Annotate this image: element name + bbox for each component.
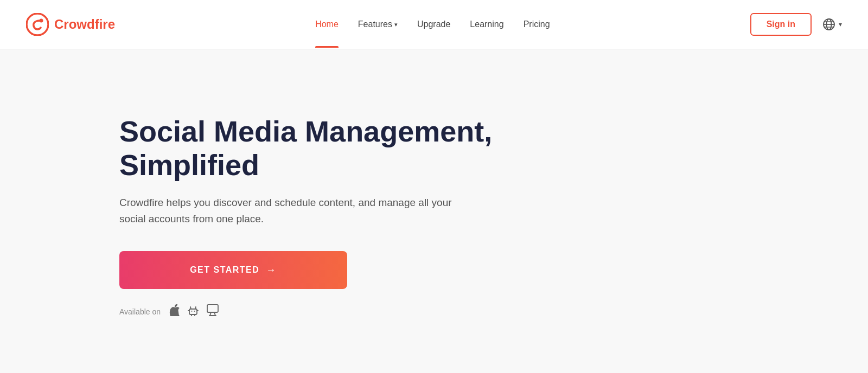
apple-icon (169, 304, 180, 319)
svg-point-10 (192, 311, 193, 312)
nav-item-features[interactable]: Features ▾ (358, 20, 398, 29)
nav-item-learning[interactable]: Learning (470, 20, 503, 29)
desktop-icon (206, 304, 219, 319)
get-started-button[interactable]: GET STARTED → (119, 251, 347, 289)
navbar: Crowdfire Home Features ▾ Upgrade Learni… (0, 0, 868, 49)
hero-subtitle: Crowdfire helps you discover and schedul… (119, 195, 456, 228)
crowdfire-logo-icon (26, 13, 49, 36)
nav-item-upgrade[interactable]: Upgrade (417, 20, 450, 29)
language-chevron-icon: ▾ (839, 21, 842, 28)
svg-point-0 (27, 14, 48, 35)
nav-item-pricing[interactable]: Pricing (524, 20, 550, 29)
globe-icon (822, 18, 835, 31)
svg-rect-14 (207, 305, 218, 312)
nav-right: Sign in ▾ (750, 13, 842, 36)
signin-button[interactable]: Sign in (750, 13, 812, 36)
platform-icons (169, 304, 219, 319)
nav-item-home[interactable]: Home (315, 20, 339, 29)
language-selector[interactable]: ▾ (822, 18, 842, 31)
nav-links: Home Features ▾ Upgrade Learning Pricing (315, 20, 550, 29)
available-on-row: Available on (119, 304, 499, 319)
android-icon (188, 304, 199, 319)
brand-name: Crowdfire (54, 17, 115, 32)
logo[interactable]: Crowdfire (26, 13, 115, 36)
svg-point-11 (194, 311, 195, 312)
features-chevron-down-icon: ▾ (394, 21, 398, 28)
available-on-label: Available on (119, 307, 161, 316)
svg-line-16 (214, 312, 215, 316)
svg-line-15 (210, 312, 211, 316)
nav-features-label: Features (358, 20, 392, 29)
get-started-label: GET STARTED (190, 265, 259, 275)
svg-point-1 (40, 19, 43, 23)
arrow-right-icon: → (266, 265, 277, 276)
svg-rect-7 (189, 309, 197, 314)
hero-content: Social Media Management, Simplified Crow… (119, 114, 499, 319)
hero-section: Social Media Management, Simplified Crow… (0, 49, 868, 373)
hero-title: Social Media Management, Simplified (119, 114, 499, 182)
